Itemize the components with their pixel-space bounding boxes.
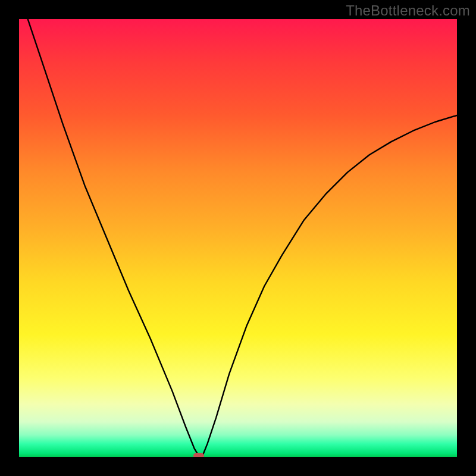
curve-svg xyxy=(19,19,457,457)
attribution-text: TheBottleneck.com xyxy=(346,2,470,19)
chart-frame: TheBottleneck.com xyxy=(0,0,476,476)
bottleneck-curve-path xyxy=(28,19,457,456)
optimum-marker xyxy=(193,453,204,457)
plot-area xyxy=(19,19,457,457)
